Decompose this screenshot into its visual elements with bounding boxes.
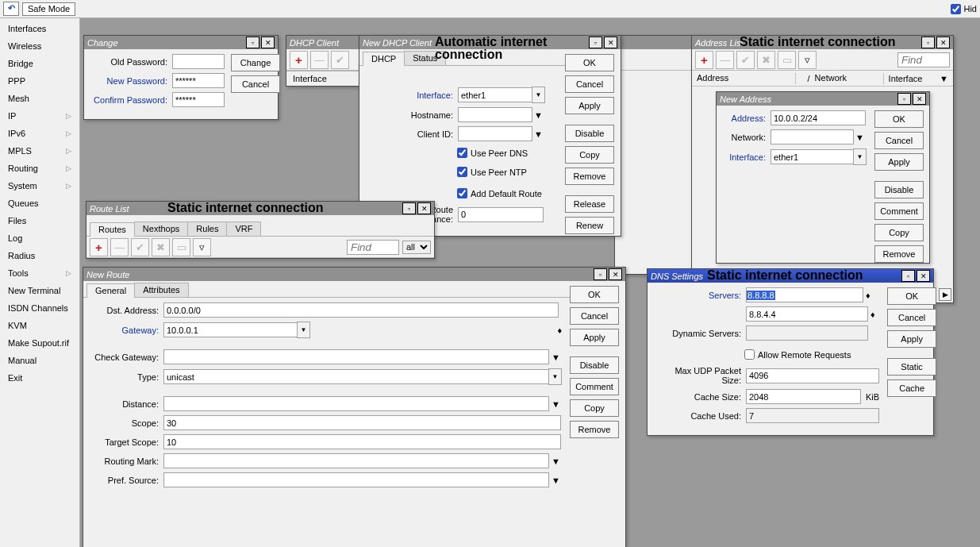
hide-passwords-checkbox[interactable]: [951, 4, 961, 14]
cache-size-input[interactable]: [746, 389, 861, 404]
sidebar-item-interfaces[interactable]: Interfaces: [0, 20, 79, 37]
sidebar-item-exit[interactable]: Exit: [0, 369, 79, 387]
sidebar-item-make-supout-rif[interactable]: Make Supout.rif: [0, 334, 79, 352]
chevron-down-icon[interactable]: ▼: [853, 148, 867, 165]
pref-source-input[interactable]: [163, 472, 549, 487]
column-header-interface[interactable]: Interface: [889, 74, 933, 83]
close-icon[interactable]: ✕: [604, 37, 617, 48]
allow-remote-requests-checkbox[interactable]: [744, 349, 755, 360]
remove-icon[interactable]: —: [716, 51, 734, 69]
comment-button[interactable]: Comment: [874, 202, 924, 220]
disable-icon[interactable]: ✖: [152, 238, 170, 256]
chevron-down-icon[interactable]: ▼: [532, 87, 545, 103]
tab-dhcp[interactable]: DHCP: [363, 52, 405, 66]
comment-button[interactable]: Comment: [570, 378, 619, 395]
address-input[interactable]: [771, 110, 866, 125]
sidebar-item-tools[interactable]: Tools▷: [0, 264, 79, 282]
sidebar-item-new-terminal[interactable]: New Terminal: [0, 282, 79, 299]
copy-button[interactable]: Copy: [565, 146, 614, 164]
minimize-icon[interactable]: ▫: [594, 268, 607, 280]
tab-rules[interactable]: Rules: [187, 221, 227, 236]
minimize-icon[interactable]: ▫: [897, 93, 911, 105]
chevron-down-icon[interactable]: ▼: [551, 456, 560, 466]
comment-icon[interactable]: ▭: [172, 238, 190, 256]
new-password-input[interactable]: [172, 73, 225, 88]
chevron-down-icon[interactable]: ▼: [534, 110, 543, 120]
use-peer-ntp-checkbox[interactable]: [457, 167, 467, 177]
remove-icon[interactable]: —: [110, 238, 129, 256]
sidebar-item-ipv6[interactable]: IPv6▷: [0, 125, 79, 142]
find-input[interactable]: [897, 52, 950, 67]
tab-routes[interactable]: Routes: [90, 222, 135, 237]
apply-button[interactable]: Apply: [874, 153, 924, 171]
static-button[interactable]: Static: [887, 358, 936, 376]
close-icon[interactable]: ✕: [417, 202, 431, 214]
sidebar-item-isdn-channels[interactable]: ISDN Channels: [0, 299, 79, 317]
chevron-down-icon[interactable]: ▼: [548, 368, 562, 385]
enable-icon[interactable]: ✔: [131, 238, 149, 256]
ok-button[interactable]: OK: [570, 286, 619, 303]
tab-general[interactable]: General: [86, 283, 135, 298]
minimize-icon[interactable]: ▫: [589, 37, 602, 48]
apply-button[interactable]: Apply: [570, 329, 619, 346]
tab-nexthops[interactable]: Nexthops: [134, 221, 188, 236]
target-scope-input[interactable]: [163, 434, 561, 449]
filter-select[interactable]: all: [402, 241, 431, 254]
add-icon[interactable]: +: [695, 51, 713, 69]
distance-input[interactable]: [163, 396, 549, 411]
copy-button[interactable]: Copy: [570, 399, 619, 417]
chevron-down-icon[interactable]: ▼: [534, 129, 543, 139]
add-icon[interactable]: +: [90, 238, 108, 256]
enable-icon[interactable]: ✔: [331, 51, 349, 69]
sidebar-item-mesh[interactable]: Mesh: [0, 90, 79, 107]
minimize-icon[interactable]: ▫: [246, 37, 259, 48]
cancel-button[interactable]: Cancel: [231, 75, 280, 93]
close-icon[interactable]: ✕: [609, 268, 622, 280]
old-password-input[interactable]: [172, 54, 225, 69]
sidebar-item-radius[interactable]: Radius: [0, 247, 79, 264]
column-header-network[interactable]: Network: [815, 73, 884, 84]
apply-button[interactable]: Apply: [887, 330, 936, 348]
confirm-password-input[interactable]: [172, 92, 225, 107]
scope-input[interactable]: [163, 415, 561, 430]
cancel-button[interactable]: Cancel: [874, 132, 924, 149]
cancel-button[interactable]: Cancel: [565, 75, 614, 93]
remove-button[interactable]: Remove: [565, 168, 614, 185]
use-peer-dns-checkbox[interactable]: [457, 148, 467, 158]
filter-icon[interactable]: ▿: [798, 51, 817, 69]
dns-server-2-input[interactable]: [746, 306, 868, 322]
disable-icon[interactable]: ✖: [757, 51, 775, 69]
remove-icon[interactable]: —: [310, 51, 329, 69]
minimize-icon[interactable]: ▫: [402, 202, 416, 214]
minimize-icon[interactable]: ▫: [921, 37, 935, 48]
remove-button[interactable]: Remove: [874, 245, 924, 263]
default-route-distance-input[interactable]: [458, 207, 544, 222]
spinner-icon[interactable]: ♦: [866, 291, 870, 300]
minimize-icon[interactable]: ▫: [901, 270, 915, 282]
hostname-input[interactable]: [458, 107, 532, 122]
tab-attributes[interactable]: Attributes: [134, 283, 188, 297]
add-icon[interactable]: +: [290, 51, 308, 69]
sidebar-item-bridge[interactable]: Bridge: [0, 55, 79, 72]
chevron-down-icon[interactable]: ▼: [551, 352, 560, 362]
comment-icon[interactable]: ▭: [778, 51, 796, 69]
column-header-address[interactable]: Address: [697, 73, 796, 84]
tab-vrf[interactable]: VRF: [226, 221, 261, 236]
check-gateway-input[interactable]: [163, 349, 549, 364]
sidebar-item-ppp[interactable]: PPP: [0, 72, 79, 90]
sidebar-item-queues[interactable]: Queues: [0, 195, 79, 212]
close-icon[interactable]: ✕: [913, 93, 926, 105]
dns-server-1-input[interactable]: 8.8.8.8: [746, 287, 863, 302]
chevron-down-icon[interactable]: ▼: [551, 399, 560, 409]
copy-button[interactable]: Copy: [874, 224, 924, 241]
sidebar-item-ip[interactable]: IP▷: [0, 107, 79, 125]
cache-button[interactable]: Cache: [887, 379, 936, 397]
add-default-route-checkbox[interactable]: [457, 188, 467, 198]
chevron-down-icon[interactable]: ▼: [855, 133, 864, 142]
disable-button[interactable]: Disable: [570, 356, 619, 374]
spinner-icon[interactable]: ♦: [870, 310, 875, 319]
filter-icon[interactable]: ▿: [193, 238, 211, 256]
ok-button[interactable]: OK: [565, 54, 614, 71]
cancel-button[interactable]: Cancel: [570, 307, 619, 325]
enable-icon[interactable]: ✔: [736, 51, 755, 69]
